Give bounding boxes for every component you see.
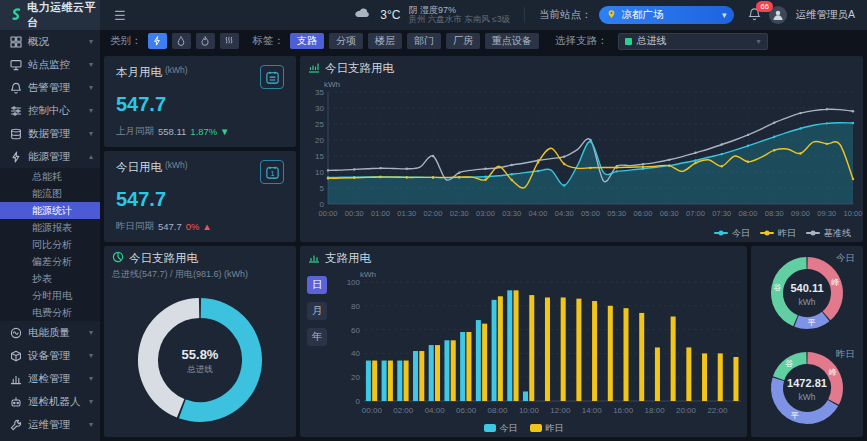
svg-text:02:00: 02:00 [424, 209, 443, 218]
station-label: 当前站点： [539, 8, 592, 22]
header-divider [524, 7, 525, 23]
svg-text:09:30: 09:30 [817, 209, 836, 218]
chevron-icon: ▾ [89, 83, 93, 92]
svg-text:09:00: 09:00 [791, 209, 810, 218]
sidebar-subitem-meter-reading[interactable]: 抄表 [0, 270, 100, 287]
sidebar-item-power-quality[interactable]: 电能质量▾ [0, 321, 100, 344]
steam-icon [224, 36, 234, 46]
sidebar-subitem-energy-flow[interactable]: 能流图 [0, 185, 100, 202]
svg-text:00:00: 00:00 [362, 406, 383, 415]
category-gas-button[interactable] [196, 33, 215, 49]
sidebar-item-ops-manage[interactable]: 运维管理▾ [0, 413, 100, 436]
sidebar-subitem-tou-power[interactable]: 分时用电 [0, 287, 100, 304]
stat-column: 本月用电 (kWh) 547.7 上月同期 558.11 1.87% ▼ [104, 56, 296, 242]
svg-text:谷: 谷 [774, 283, 782, 292]
station-select[interactable]: 凉都广场 ▾ [599, 6, 734, 24]
category-electricity-button[interactable] [148, 33, 167, 49]
sidebar-item-inspection-robot[interactable]: 巡检机器人▾ [0, 390, 100, 413]
bar-chart: kWh02040608010000:0002:0004:0006:0008:00… [334, 268, 747, 419]
svg-text:kWh: kWh [360, 270, 376, 279]
tag-branch-button[interactable]: 支路 [290, 33, 324, 49]
sidebar-item-device-manage[interactable]: 设备管理▾ [0, 344, 100, 367]
weather-location: 贵州 六盘水市 东南风 ≤3级 [409, 15, 510, 25]
svg-text:1472.81: 1472.81 [787, 377, 827, 389]
sidebar-item-alarm-manage[interactable]: 告警管理▾ [0, 76, 100, 99]
weather-temp: 3°C [380, 8, 400, 22]
svg-text:08:00: 08:00 [488, 406, 509, 415]
sidebar-item-overview[interactable]: 概况▾ [0, 30, 100, 53]
tag-subentry-button[interactable]: 分项 [329, 33, 363, 49]
location-pin-icon [607, 9, 616, 21]
sidebar-item-site-monitor[interactable]: 站点监控▾ [0, 53, 100, 76]
period-button-年[interactable]: 年 [307, 328, 327, 346]
category-label: 类别： [110, 34, 142, 48]
month-usage-value: 547.7 [116, 93, 284, 116]
bar-chart-panel: 支路用电 日月年 kWh02040608010000:0002:0004:000… [300, 246, 747, 437]
today-usage-title: 今日用电 [116, 160, 162, 175]
period-buttons: 日月年 [300, 268, 334, 419]
tag-key-device-button[interactable]: 重点设备 [485, 33, 539, 49]
donut-subtitle: 总进线(547.7) / 用电(981.6) (kWh) [104, 266, 296, 281]
tag-plant-button[interactable]: 厂房 [446, 33, 480, 49]
tag-department-button[interactable]: 部门 [407, 33, 441, 49]
branch-value: 总进线 [637, 34, 752, 48]
sidebar-subitem-energy-report[interactable]: 能源报表 [0, 219, 100, 236]
bar-chart-legend: 今日昨日 [300, 421, 747, 435]
category-steam-button[interactable] [220, 33, 239, 49]
sidebar-subitem-deviation-analysis[interactable]: 偏差分析 [0, 253, 100, 270]
sidebar-item-control-center[interactable]: 控制中心▾ [0, 99, 100, 122]
legend-item[interactable]: 昨日 [530, 422, 564, 435]
gas-icon [200, 36, 210, 46]
svg-text:00:00: 00:00 [319, 209, 338, 218]
sidebar-item-data-manage[interactable]: 数据管理▾ [0, 122, 100, 145]
monitor-icon [10, 59, 22, 71]
water-icon [176, 36, 186, 46]
svg-text:0: 0 [320, 200, 325, 209]
tag-floor-button[interactable]: 楼层 [368, 33, 402, 49]
legend-item[interactable]: 昨日 [760, 227, 796, 240]
sidebar-nav: 概况▾站点监控▾告警管理▾控制中心▾数据管理▾能源管理▴总能耗能流图能源统计能源… [0, 30, 100, 441]
period-button-月[interactable]: 月 [307, 302, 327, 320]
svg-text:06:00: 06:00 [634, 209, 653, 218]
notifications-button[interactable]: 66 [748, 7, 761, 23]
svg-text:12:00: 12:00 [550, 406, 571, 415]
quality-icon [10, 327, 22, 339]
month-delta: 1.87% ▼ [190, 126, 229, 137]
chevron-icon: ▾ [89, 420, 93, 429]
chevron-icon: ▴ [89, 152, 93, 161]
chevron-icon: ▾ [89, 129, 93, 138]
inspection-icon [10, 373, 22, 385]
svg-text:kWh: kWh [324, 80, 340, 89]
chevron-icon: ▾ [89, 60, 93, 69]
branch-select[interactable]: 总进线 ▾ [618, 33, 768, 50]
collapse-menu-icon[interactable]: ☰ [114, 8, 126, 23]
chevron-down-icon: ▾ [722, 10, 727, 20]
svg-text:08:00: 08:00 [739, 209, 758, 218]
svg-text:kWh: kWh [799, 297, 816, 307]
legend-item[interactable]: 基准线 [806, 227, 851, 240]
sidebar-subitem-yoy-analysis[interactable]: 同比分析 [0, 236, 100, 253]
bar-chart-icon [308, 251, 320, 265]
svg-text:15: 15 [315, 152, 324, 161]
weather-details: 阴 湿度97% 贵州 六盘水市 东南风 ≤3级 [409, 5, 510, 25]
pie-clock-icon [112, 251, 124, 265]
trend-up-icon: ▲ [202, 221, 211, 232]
sidebar-subitem-energy-stats[interactable]: 能源统计 [0, 202, 100, 219]
period-button-日[interactable]: 日 [307, 276, 327, 294]
svg-text:平: 平 [808, 318, 816, 327]
sidebar-item-energy-manage[interactable]: 能源管理▴ [0, 145, 100, 168]
line-chart-panel: 今日支路用电 kWh00:0000:3001:0001:3002:0002:30… [300, 56, 863, 242]
sidebar-subitem-total-energy[interactable]: 总能耗 [0, 168, 100, 185]
electricity-icon [152, 36, 162, 46]
sidebar-subitem-tariff-analysis[interactable]: 电费分析 [0, 304, 100, 321]
svg-text:40: 40 [351, 349, 360, 358]
bell-icon [10, 82, 22, 94]
category-water-button[interactable] [172, 33, 191, 49]
sidebar-item-inspection-manage[interactable]: 巡检管理▾ [0, 367, 100, 390]
svg-text:5: 5 [320, 184, 325, 193]
today-tou-gauge: 今日 峰平谷540.11kWh [751, 246, 863, 342]
svg-text:35: 35 [315, 88, 324, 97]
legend-item[interactable]: 今日 [484, 422, 518, 435]
today-usage-card: 今日用电 (kWh) 1 547.7 昨日同期 547.7 0% ▲ [104, 151, 296, 242]
legend-item[interactable]: 今日 [714, 227, 750, 240]
